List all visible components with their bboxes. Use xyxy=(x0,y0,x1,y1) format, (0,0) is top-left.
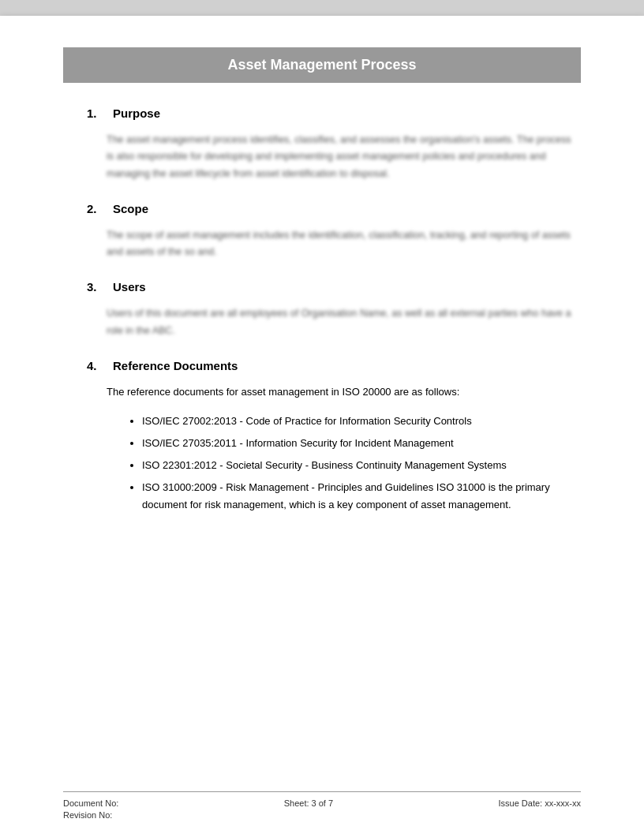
section-4-body: The reference documents for asset manage… xyxy=(63,384,581,514)
section-3-title: Users xyxy=(113,280,146,293)
section-1-title: Purpose xyxy=(113,107,160,120)
footer-row-1: Document No: Sheet: 3 of 7 Issue Date: x… xyxy=(63,798,581,808)
section-3-body: Users of this document are all employees… xyxy=(63,305,581,339)
section-purpose: 1. Purpose The asset management process … xyxy=(63,107,581,182)
list-item: ISO 31000:2009 - Risk Management - Princ… xyxy=(142,479,581,514)
list-item: ISO/IEC 27002:2013 - Code of Practice fo… xyxy=(142,413,581,430)
footer-row-2: Revision No: xyxy=(63,810,581,820)
section-1-text: The asset management process identifies,… xyxy=(107,132,581,182)
document-no-label: Document No: xyxy=(63,798,118,808)
section-3-text: Users of this document are all employees… xyxy=(107,305,581,339)
section-4-number: 4. xyxy=(87,359,107,372)
section-2-body: The scope of asset management includes t… xyxy=(63,227,581,261)
document-title: Asset Management Process xyxy=(227,57,416,73)
section-1-body: The asset management process identifies,… xyxy=(63,132,581,182)
issue-date-label: Issue Date: xx-xxx-xx xyxy=(498,798,581,808)
section-reference-documents: 4. Reference Documents The reference doc… xyxy=(63,359,581,514)
list-item: ISO/IEC 27035:2011 - Information Securit… xyxy=(142,435,581,452)
footer-empty-center xyxy=(112,810,581,820)
section-users-heading-row: 3. Users xyxy=(63,280,581,293)
reference-intro-text: The reference documents for asset manage… xyxy=(107,384,581,401)
section-scope-heading-row: 2. Scope xyxy=(63,202,581,215)
section-ref-heading-row: 4. Reference Documents xyxy=(63,359,581,372)
section-1-number: 1. xyxy=(87,107,107,120)
section-2-text: The scope of asset management includes t… xyxy=(107,227,581,261)
page-footer: Document No: Sheet: 3 of 7 Issue Date: x… xyxy=(63,791,581,822)
sheet-label: Sheet: 3 of 7 xyxy=(118,798,498,808)
revision-no-label: Revision No: xyxy=(63,810,112,820)
reference-bullet-list: ISO/IEC 27002:2013 - Code of Practice fo… xyxy=(107,413,581,514)
list-item: ISO 22301:2012 - Societal Security - Bus… xyxy=(142,457,581,474)
section-3-number: 3. xyxy=(87,280,107,293)
section-purpose-heading-row: 1. Purpose xyxy=(63,107,581,120)
section-2-title: Scope xyxy=(113,202,148,215)
section-2-number: 2. xyxy=(87,202,107,215)
page-header: Asset Management Process xyxy=(63,47,581,83)
section-users: 3. Users Users of this document are all … xyxy=(63,280,581,339)
section-scope: 2. Scope The scope of asset management i… xyxy=(63,202,581,261)
section-4-title: Reference Documents xyxy=(113,359,238,372)
document-page: Asset Management Process 1. Purpose The … xyxy=(0,16,644,830)
